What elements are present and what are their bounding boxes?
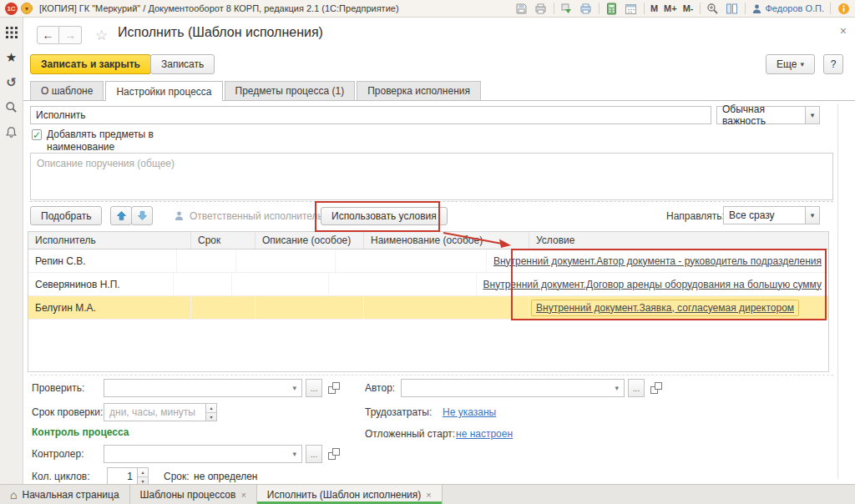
memory-plus-button[interactable]: M+ bbox=[664, 3, 677, 13]
current-user-button[interactable]: Федоров О.П. bbox=[751, 3, 825, 14]
notifications-bell-icon[interactable] bbox=[4, 125, 18, 139]
condition-link[interactable]: Внутренний документ.Автор документа - ру… bbox=[493, 255, 822, 267]
titlebar-separator bbox=[745, 3, 746, 14]
controller-field[interactable]: ▾ bbox=[104, 445, 302, 463]
checkbox-checked-icon[interactable]: ✓ bbox=[32, 129, 42, 140]
app-title: [КОПИЯ] ГК "Меркурий" / Документооборот … bbox=[39, 3, 399, 13]
check-term-field[interactable] bbox=[104, 403, 207, 421]
calendar-icon[interactable] bbox=[625, 2, 638, 15]
bottom-tab-home[interactable]: ⌂ Начальная страница bbox=[0, 485, 130, 504]
save-to-file-icon[interactable] bbox=[560, 2, 574, 15]
description-cell[interactable] bbox=[232, 273, 330, 295]
favorites-icon[interactable]: ★ bbox=[4, 50, 18, 64]
main-menu-icon[interactable]: ▾ bbox=[21, 3, 33, 14]
responsible-executor-button[interactable]: Ответственный исполнитель bbox=[167, 206, 330, 225]
forward-button[interactable]: → bbox=[59, 26, 82, 44]
close-tab-icon[interactable]: × bbox=[426, 490, 431, 500]
route-field[interactable]: Все сразу bbox=[723, 206, 807, 224]
cycles-field[interactable]: 1 bbox=[107, 467, 139, 486]
term-cell[interactable] bbox=[191, 296, 255, 319]
description-textarea[interactable] bbox=[31, 154, 832, 199]
col-header-name[interactable]: Наименование (особое) bbox=[364, 232, 529, 249]
zoom-icon[interactable] bbox=[706, 2, 720, 15]
chevron-down-icon[interactable]: ▾ bbox=[615, 384, 619, 392]
controller-input[interactable] bbox=[109, 448, 292, 460]
table-row[interactable]: Северянинов Н.П. Внутренний документ.Дог… bbox=[28, 273, 828, 296]
chevron-down-icon[interactable]: ▾ bbox=[292, 384, 296, 392]
back-button[interactable]: ← bbox=[37, 26, 59, 44]
col-header-term[interactable]: Срок bbox=[191, 232, 255, 249]
bottom-tab-execute-template[interactable]: Исполнить (Шаблон исполнения) × bbox=[257, 485, 443, 504]
term-cell[interactable] bbox=[177, 249, 236, 272]
check-choose-button[interactable]: ... bbox=[306, 379, 322, 397]
check-field[interactable]: ▾ bbox=[104, 379, 302, 397]
name-cell[interactable] bbox=[364, 296, 529, 319]
executor-cell[interactable]: Репин С.В. bbox=[28, 249, 177, 272]
spin-down-icon[interactable]: ▾ bbox=[206, 413, 216, 421]
table-row-selected[interactable]: Белугин М.А. Внутренний документ.Заявка,… bbox=[28, 296, 828, 320]
importance-field[interactable]: Обычная важность bbox=[716, 106, 807, 124]
table-row[interactable]: Репин С.В. Внутренний документ.Автор док… bbox=[28, 249, 828, 273]
history-icon[interactable]: ↺ bbox=[4, 75, 18, 89]
cycles-spinner[interactable]: ▴ ▾ bbox=[137, 467, 149, 486]
col-header-executor[interactable]: Исполнитель bbox=[28, 232, 191, 249]
check-input[interactable] bbox=[109, 382, 292, 394]
search-icon[interactable] bbox=[4, 100, 18, 114]
close-tab-icon[interactable]: × bbox=[240, 490, 245, 500]
executor-cell[interactable]: Северянинов Н.П. bbox=[28, 273, 174, 295]
controller-open-icon[interactable] bbox=[327, 447, 341, 461]
route-value: Все сразу bbox=[729, 209, 775, 221]
tab-process-subjects[interactable]: Предметы процесса (1) bbox=[225, 81, 356, 100]
check-open-icon[interactable] bbox=[327, 381, 341, 395]
name-cell[interactable] bbox=[329, 273, 476, 295]
col-header-condition[interactable]: Условие bbox=[529, 232, 828, 249]
description-cell[interactable] bbox=[255, 296, 364, 319]
add-favorite-star-icon[interactable]: ☆ bbox=[95, 27, 108, 44]
check-term-input[interactable] bbox=[109, 406, 201, 418]
info-icon[interactable] bbox=[837, 2, 850, 15]
memory-button[interactable]: M bbox=[650, 3, 658, 13]
chevron-down-icon[interactable]: ▾ bbox=[292, 450, 296, 458]
delayed-start-link[interactable]: не настроен bbox=[456, 428, 513, 440]
spin-up-icon[interactable]: ▴ bbox=[206, 404, 216, 413]
check-term-spinner[interactable]: ▴ ▾ bbox=[205, 403, 217, 421]
pick-executors-button[interactable]: Подобрать bbox=[30, 206, 102, 225]
executor-cell[interactable]: Белугин М.А. bbox=[28, 296, 191, 319]
condition-link[interactable]: Внутренний документ.Договор аренды обору… bbox=[483, 279, 822, 290]
memory-minus-button[interactable]: M- bbox=[683, 3, 694, 13]
close-window-icon[interactable]: × bbox=[840, 24, 847, 38]
controller-choose-button[interactable]: ... bbox=[306, 445, 322, 463]
help-button[interactable]: ? bbox=[823, 54, 843, 74]
print-icon[interactable] bbox=[534, 2, 548, 15]
tab-process-settings[interactable]: Настройки процесса bbox=[105, 81, 222, 101]
condition-link[interactable]: Внутренний документ.Заявка, согласуемая … bbox=[536, 302, 794, 314]
col-header-description[interactable]: Описание (особое) bbox=[255, 232, 364, 249]
bottom-tab-process-templates[interactable]: Шаблоны процессов × bbox=[130, 485, 257, 504]
save-and-close-button[interactable]: Записать и закрыть bbox=[30, 54, 151, 74]
calculator-icon[interactable] bbox=[605, 2, 619, 15]
save-button[interactable]: Записать bbox=[150, 54, 215, 74]
more-button[interactable]: Еще ▾ bbox=[766, 54, 815, 74]
spin-up-icon[interactable]: ▴ bbox=[138, 468, 148, 477]
author-choose-button[interactable]: ... bbox=[628, 379, 645, 397]
sections-menu-icon[interactable] bbox=[4, 25, 18, 39]
save-icon[interactable] bbox=[515, 2, 529, 15]
author-field[interactable]: ▾ bbox=[401, 379, 625, 397]
name-cell[interactable] bbox=[336, 249, 487, 272]
tab-about-template[interactable]: О шаблоне bbox=[30, 81, 104, 100]
tab-execution-check[interactable]: Проверка исполнения bbox=[357, 81, 481, 100]
author-open-icon[interactable] bbox=[650, 381, 663, 395]
add-subjects-checkbox-row[interactable]: ✓ Добавлять предметы в наименование bbox=[32, 129, 190, 154]
move-up-button[interactable] bbox=[110, 206, 132, 225]
importance-dropdown-button[interactable]: ▾ bbox=[805, 106, 820, 124]
route-dropdown-button[interactable]: ▾ bbox=[805, 206, 820, 224]
labor-link[interactable]: Не указаны bbox=[443, 406, 496, 418]
term-cell[interactable] bbox=[174, 273, 232, 295]
task-name-input[interactable] bbox=[36, 109, 706, 121]
move-down-button[interactable] bbox=[131, 206, 153, 225]
description-cell[interactable] bbox=[236, 249, 336, 272]
split-view-icon[interactable] bbox=[726, 2, 739, 15]
print-preview-icon[interactable] bbox=[579, 2, 593, 15]
author-input[interactable] bbox=[407, 382, 615, 394]
use-conditions-button[interactable]: Использовать условия bbox=[321, 207, 448, 225]
